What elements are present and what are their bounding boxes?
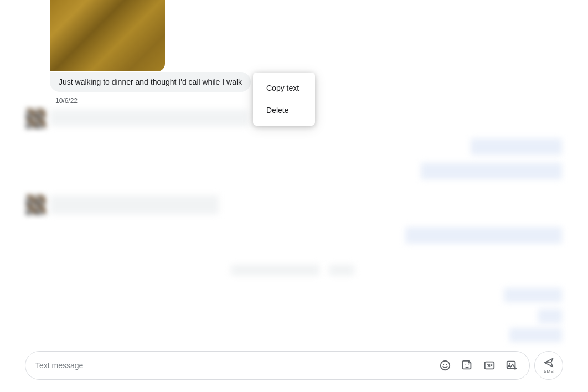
svg-point-2 xyxy=(446,364,447,365)
incoming-message-row: Just walking to dinner and thought I'd c… xyxy=(50,72,251,92)
message-timestamp: 10/6/22 xyxy=(55,97,78,105)
svg-point-0 xyxy=(441,361,450,370)
send-button[interactable]: SMS xyxy=(534,351,563,380)
send-label: SMS xyxy=(544,369,554,374)
conversation-thread: Just walking to dinner and thought I'd c… xyxy=(0,0,588,348)
redacted-outgoing-message xyxy=(471,138,562,155)
image-icon[interactable] xyxy=(501,354,523,376)
sticker-icon[interactable] xyxy=(456,354,478,376)
context-menu: Copy text Delete xyxy=(253,73,315,126)
message-bubble[interactable]: Just walking to dinner and thought I'd c… xyxy=(50,72,251,92)
redacted-date-separator xyxy=(231,265,319,276)
redacted-outgoing-message xyxy=(405,227,562,244)
svg-point-8 xyxy=(509,363,510,365)
redacted-outgoing-message xyxy=(421,163,562,179)
redacted-date-separator xyxy=(329,265,354,276)
attachment-image[interactable] xyxy=(50,0,165,71)
copy-text-menu-item[interactable]: Copy text xyxy=(253,77,315,99)
redacted-outgoing-message xyxy=(538,309,562,323)
svg-point-3 xyxy=(465,364,466,365)
send-icon xyxy=(543,357,554,368)
redacted-incoming-message xyxy=(50,195,219,214)
redacted-incoming-message xyxy=(50,110,248,126)
message-input[interactable] xyxy=(35,361,434,370)
svg-point-1 xyxy=(443,364,444,365)
svg-text:GIF: GIF xyxy=(487,364,493,368)
emoji-icon[interactable] xyxy=(434,354,456,376)
svg-rect-7 xyxy=(507,362,515,369)
svg-point-4 xyxy=(468,364,469,365)
gif-icon[interactable]: GIF xyxy=(478,354,501,376)
redacted-outgoing-message xyxy=(504,288,562,302)
contact-avatar xyxy=(26,109,46,128)
compose-bar: GIF xyxy=(25,351,530,380)
delete-menu-item[interactable]: Delete xyxy=(253,99,315,121)
redacted-outgoing-message xyxy=(509,328,562,342)
contact-avatar xyxy=(26,195,46,215)
